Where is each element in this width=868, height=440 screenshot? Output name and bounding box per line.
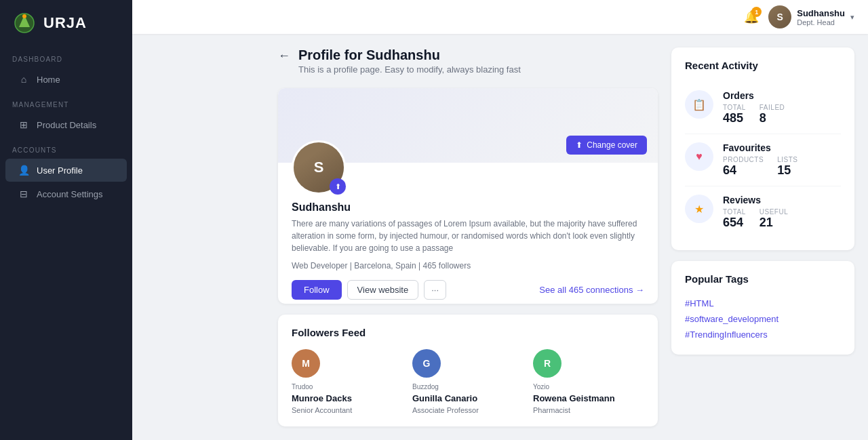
favourites-lists-value: 15 <box>777 163 797 178</box>
reviews-total-value: 654 <box>723 216 746 230</box>
sidebar-section-label-management: MANAGEMENT <box>0 92 132 113</box>
profile-name: Sudhanshu <box>292 201 644 214</box>
orders-total-label: TOTAL <box>723 104 746 111</box>
reviews-icon: ★ <box>685 195 713 223</box>
popular-tags-title: Popular Tags <box>685 273 841 285</box>
sidebar-item-user-profile-label: User Profile <box>37 165 83 176</box>
favourites-icon: ♥ <box>685 142 713 171</box>
sidebar-section-label-dashboard: DASHBOARD <box>0 46 132 67</box>
logo: URJA <box>0 0 132 46</box>
sidebar-item-home[interactable]: ⌂ Home <box>5 68 127 91</box>
follower-avatar-2: R <box>533 349 561 378</box>
reviews-details: Reviews TOTAL 654 USEFUL 21 <box>723 195 841 230</box>
sidebar-item-account-settings[interactable]: ⊟ Account Settings <box>5 182 127 205</box>
view-website-button[interactable]: View website <box>347 280 419 300</box>
sidebar-section-label-accounts: ACCOUNTS <box>0 137 132 158</box>
sidebar-item-home-label: Home <box>37 75 60 85</box>
orders-icon: 📋 <box>685 90 713 119</box>
activity-reviews: ★ Reviews TOTAL 654 USEFUL 21 <box>685 186 841 238</box>
list-item: M Trudoo Munroe Dacks Senior Accountant <box>292 349 403 414</box>
user-name: Sudhanshu <box>797 8 845 18</box>
orders-failed: FAILED 8 <box>760 104 785 125</box>
sidebar-item-product-details-label: Product Details <box>37 120 96 130</box>
sidebar-item-product-details[interactable]: ⊞ Product Details <box>5 113 127 136</box>
follower-name-1: Gunilla Canario <box>412 393 477 403</box>
activity-orders: 📋 Orders TOTAL 485 FAILED 8 <box>685 82 841 134</box>
settings-icon: ⊟ <box>18 188 30 199</box>
notification-badge: 1 <box>751 7 762 17</box>
back-button[interactable]: ← <box>278 49 290 63</box>
followers-feed-title: Followers Feed <box>292 327 644 338</box>
user-details: Sudhanshu Dept. Head <box>797 8 845 26</box>
notification-button[interactable]: 🔔 1 <box>744 9 759 24</box>
avatar-image: S <box>768 5 791 28</box>
avatar-upload-button[interactable]: ⬆ <box>330 178 346 195</box>
orders-total-value: 485 <box>723 111 746 125</box>
list-item: R Yozio Rowena Geistmann Pharmacist <box>533 349 644 414</box>
main-content: ← Profile for Sudhanshu This is a profil… <box>264 34 868 440</box>
favourites-stats: PRODUCTS 64 LISTS 15 <box>723 156 841 178</box>
reviews-useful: USEFUL 21 <box>760 208 788 230</box>
orders-name: Orders <box>723 90 841 101</box>
favourites-products-value: 64 <box>723 163 764 178</box>
user-avatar: S <box>768 5 791 28</box>
follower-role-1: Associate Professor <box>412 406 479 414</box>
favourites-products-label: PRODUCTS <box>723 156 764 163</box>
tag-html[interactable]: #HTML <box>685 296 841 311</box>
upload-icon: ⬆ <box>576 140 583 150</box>
page-subtitle: This is a profile page. Easy to modify, … <box>298 64 521 75</box>
sidebar-section-accounts: ACCOUNTS 👤 User Profile ⊟ Account Settin… <box>0 137 132 206</box>
follower-avatar-0: M <box>292 349 320 378</box>
svg-point-3 <box>22 14 26 18</box>
profile-card: ⬆ Change cover S ⬆ Sudhanshu There are m… <box>278 88 658 304</box>
sidebar-item-user-profile[interactable]: 👤 User Profile <box>5 159 127 182</box>
sidebar-item-account-settings-label: Account Settings <box>37 189 103 199</box>
favourites-name: Favourites <box>723 142 841 153</box>
sidebar-section-dashboard: DASHBOARD ⌂ Home <box>0 46 132 92</box>
reviews-name: Reviews <box>723 195 841 205</box>
popular-tags-card: Popular Tags #HTML #software_development… <box>671 261 854 355</box>
change-cover-button[interactable]: ⬆ Change cover <box>566 136 647 155</box>
orders-total: TOTAL 485 <box>723 104 746 125</box>
sidebar-section-management: MANAGEMENT ⊞ Product Details <box>0 92 132 137</box>
see-connections-link[interactable]: See all 465 connections → <box>539 285 644 295</box>
profile-meta: Web Developer | Barcelona, Spain | 465 f… <box>292 261 644 271</box>
activity-favourites: ♥ Favourites PRODUCTS 64 LISTS 15 <box>685 134 841 186</box>
follower-name-2: Rowena Geistmann <box>533 393 615 403</box>
home-icon: ⌂ <box>18 74 30 85</box>
brand-name: URJA <box>43 14 87 32</box>
recent-activity-title: Recent Activity <box>685 60 841 71</box>
user-icon: 👤 <box>18 165 30 176</box>
topbar: 🔔 1 S Sudhanshu Dept. Head ▾ <box>132 0 868 34</box>
orders-failed-value: 8 <box>760 111 785 125</box>
favourites-details: Favourites PRODUCTS 64 LISTS 15 <box>723 142 841 178</box>
follower-avatar-1: G <box>412 349 441 378</box>
list-item: G Buzzdog Gunilla Canario Associate Prof… <box>412 349 524 414</box>
orders-details: Orders TOTAL 485 FAILED 8 <box>723 90 841 125</box>
follower-name-0: Munroe Dacks <box>292 393 352 403</box>
page-header: ← Profile for Sudhanshu This is a profil… <box>278 47 658 75</box>
tag-trending-influencers[interactable]: #TrendingInfluencers <box>685 327 841 342</box>
followers-feed-card: Followers Feed M Trudoo Munroe Dacks Sen… <box>278 315 658 426</box>
page-title-group: Profile for Sudhanshu This is a profile … <box>298 47 521 75</box>
follow-button[interactable]: Follow <box>292 280 342 300</box>
chevron-down-icon: ▾ <box>850 13 854 22</box>
change-cover-label: Change cover <box>587 140 637 150</box>
follower-source-1: Buzzdog <box>412 383 439 391</box>
reviews-total: TOTAL 654 <box>723 208 746 230</box>
follower-role-0: Senior Accountant <box>292 406 352 414</box>
reviews-total-label: TOTAL <box>723 208 746 216</box>
orders-failed-label: FAILED <box>760 104 785 111</box>
tag-software-development[interactable]: #software_development <box>685 311 841 327</box>
favourites-lists: LISTS 15 <box>777 156 797 178</box>
recent-activity-card: Recent Activity 📋 Orders TOTAL 485 FAILE… <box>671 47 854 250</box>
favourites-products: PRODUCTS 64 <box>723 156 764 178</box>
user-menu[interactable]: S Sudhanshu Dept. Head ▾ <box>768 5 854 28</box>
reviews-useful-label: USEFUL <box>760 208 788 216</box>
left-column: ← Profile for Sudhanshu This is a profil… <box>278 47 658 426</box>
favourites-lists-label: LISTS <box>777 156 797 163</box>
user-role: Dept. Head <box>797 18 845 26</box>
profile-body: S ⬆ Sudhanshu There are many variations … <box>278 163 658 304</box>
more-button[interactable]: ··· <box>424 280 446 300</box>
followers-grid: M Trudoo Munroe Dacks Senior Accountant … <box>292 349 644 414</box>
